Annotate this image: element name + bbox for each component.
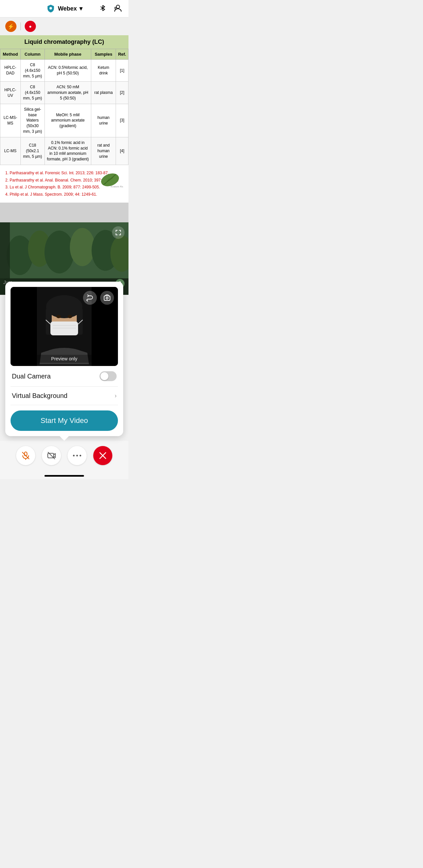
svg-point-42 <box>77 455 78 457</box>
camera-preview: Preview only <box>10 287 118 366</box>
cell-method-4: LC-MS <box>0 137 21 165</box>
top-bar-right <box>99 4 122 13</box>
app-title-container: Webex ▾ <box>46 4 83 13</box>
virtual-bg-label: Virtual Background <box>12 392 67 400</box>
table-row: HPLC-UV C8(4.6x150 mm, 5 µm) ACN: 50 mM … <box>0 82 128 104</box>
col-ref: Ref. <box>116 49 128 60</box>
dual-camera-label: Dual Camera <box>12 373 51 380</box>
expand-icon <box>115 229 122 236</box>
svg-point-1 <box>116 5 120 8</box>
indicator-1-icon: ⚡ <box>7 23 14 30</box>
cell-samples-1: Ketum drink <box>91 60 116 82</box>
end-call-icon <box>98 451 107 460</box>
cell-ref-2: [2] <box>116 82 128 104</box>
cell-column-2: C8(4.6x150 mm, 5 µm) <box>21 82 44 104</box>
bottom-toolbar <box>0 441 128 475</box>
references-section: 1. Parthasarathy et al. Forensic Sci. In… <box>0 165 128 203</box>
home-bar <box>44 475 84 477</box>
cell-ref-4: [4] <box>116 137 128 165</box>
more-icon <box>73 454 81 457</box>
end-call-button[interactable] <box>93 446 112 465</box>
kratom-leaf-image: Kratom Rx <box>97 168 123 188</box>
flip-camera-button[interactable] <box>83 291 97 305</box>
indicator-divider <box>21 22 21 30</box>
modal-card: Preview only Dual Camera Virtual Backgro… <box>5 282 123 436</box>
switch-camera-icon <box>103 294 111 302</box>
content-spacer <box>0 203 128 222</box>
indicator-2-icon: ● <box>29 24 32 29</box>
cell-samples-3: human urine <box>91 104 116 137</box>
chevron-down-icon[interactable]: ▾ <box>80 5 82 12</box>
top-bar: Webex ▾ <box>0 0 128 18</box>
col-mobile-phase: Mobile phase <box>44 49 91 60</box>
cell-ref-3: [3] <box>116 104 128 137</box>
cell-method-1: HPLC-DAD <box>0 60 21 82</box>
profile-button[interactable] <box>113 4 122 13</box>
svg-point-12 <box>44 230 74 273</box>
svg-point-41 <box>73 455 75 457</box>
svg-rect-27 <box>51 321 78 335</box>
indicators-row: ⚡ ● <box>0 18 128 35</box>
cell-mobile-4: 0.1% formic acid in ACN: 0.1% formic aci… <box>44 137 91 165</box>
cell-mobile-2: ACN: 50 mM ammonium acetate, pH 5 (50:50… <box>44 82 91 104</box>
preview-label: Preview only <box>10 355 118 363</box>
svg-point-0 <box>50 7 52 9</box>
col-method: Method <box>0 49 21 60</box>
mute-icon <box>22 451 30 460</box>
cell-column-4: C18(50x2.1 mm, 5 µm) <box>21 137 44 165</box>
dual-camera-toggle[interactable] <box>99 371 117 381</box>
table-row: LC-MS-MS Silica gel-base Waters(50x30 mm… <box>0 104 128 137</box>
bluetooth-icon <box>99 4 107 12</box>
svg-point-34 <box>106 297 108 299</box>
profile-icon <box>113 4 122 12</box>
table-row: LC-MS C18(50x2.1 mm, 5 µm) 0.1% formic a… <box>0 137 128 165</box>
bluetooth-button[interactable] <box>99 4 107 13</box>
webex-shield-icon <box>46 4 55 13</box>
flip-camera-icon <box>86 294 94 302</box>
dual-camera-row: Dual Camera <box>10 366 118 387</box>
lc-table: Method Column Mobile phase Samples Ref. … <box>0 49 128 165</box>
svg-point-35 <box>109 297 110 297</box>
cell-column-3: Silica gel-base Waters(50x30 mm, 3 µm) <box>21 104 44 137</box>
indicator-badge-2: ● <box>25 21 36 32</box>
svg-point-26 <box>67 315 72 318</box>
table-row: HPLC-DAD C8(4.6x150 mm, 5 µm) ACN: 0.5%f… <box>0 60 128 82</box>
cell-method-2: HPLC-UV <box>0 82 21 104</box>
cell-method-3: LC-MS-MS <box>0 104 21 137</box>
cell-mobile-3: MeOH: 5 mM ammonium acetate (gradient) <box>44 104 91 137</box>
more-button[interactable] <box>67 446 87 465</box>
cell-column-1: C8(4.6x150 mm, 5 µm) <box>21 60 44 82</box>
lc-section: Liquid chromatography (LC) Method Column… <box>0 35 128 203</box>
camera-icon <box>47 451 56 460</box>
camera-overlay-buttons <box>83 291 114 305</box>
col-samples: Samples <box>91 49 116 60</box>
mute-button[interactable] <box>16 446 35 465</box>
cell-mobile-1: ACN: 0.5%formic acid, pH 5 (50:50) <box>44 60 91 82</box>
tooltip-arrow <box>60 436 69 441</box>
camera-button[interactable] <box>42 446 61 465</box>
switch-camera-button[interactable] <box>100 291 114 305</box>
virtual-background-row[interactable]: Virtual Background › <box>10 387 118 405</box>
svg-point-43 <box>80 455 81 457</box>
col-column: Column <box>21 49 44 60</box>
toggle-knob <box>100 372 109 380</box>
home-indicator <box>0 475 128 479</box>
cell-ref-1: [1] <box>116 60 128 82</box>
cell-samples-4: rat and human urine <box>91 137 116 165</box>
svg-point-13 <box>70 228 95 266</box>
app-title-text: Webex <box>58 5 77 12</box>
start-video-button[interactable]: Start My Video <box>10 410 118 431</box>
chevron-right-icon: › <box>115 392 117 399</box>
svg-text:Kratom Rx: Kratom Rx <box>111 185 123 188</box>
cell-samples-2: rat plasma <box>91 82 116 104</box>
indicator-badge-1: ⚡ <box>5 21 17 32</box>
svg-point-25 <box>56 315 61 318</box>
lc-title: Liquid chromatography (LC) <box>0 35 128 49</box>
ref-4: 4. Philip et al. J Mass. Spectrom. 2009;… <box>5 191 123 198</box>
